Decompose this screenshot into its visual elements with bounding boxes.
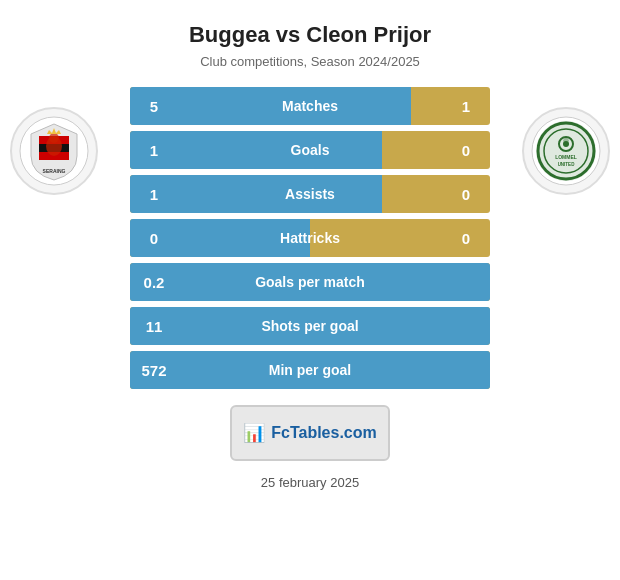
page-subtitle: Club competitions, Season 2024/2025 — [200, 54, 420, 69]
stat-row-assists: 1 Assists 0 — [130, 175, 490, 213]
stats-container: 5 Matches 1 1 Goals 0 1 Assists 0 0 Hatt… — [130, 87, 490, 389]
svg-point-9 — [563, 141, 569, 147]
stat-row-goals-per-match: 0.2 Goals per match — [130, 263, 490, 301]
goals-label: Goals — [178, 142, 442, 158]
svg-point-0 — [20, 117, 88, 185]
right-club-logo: LOMMEL UNITED — [522, 107, 610, 195]
svg-text:SERAING: SERAING — [43, 168, 66, 174]
svg-point-4 — [532, 117, 600, 185]
fctables-text: FcTables.com — [271, 424, 377, 442]
page-title: Buggea vs Cleon Prijor — [189, 22, 431, 48]
spg-left-val: 11 — [130, 318, 178, 335]
hattricks-right-val: 0 — [442, 230, 490, 247]
stat-row-goals: 1 Goals 0 — [130, 131, 490, 169]
stat-row-min-per-goal: 572 Min per goal — [130, 351, 490, 389]
matches-label: Matches — [178, 98, 442, 114]
svg-point-7 — [544, 129, 588, 173]
assists-left-val: 1 — [130, 186, 178, 203]
stat-row-matches: 5 Matches 1 — [130, 87, 490, 125]
mpg-label: Min per goal — [178, 362, 442, 378]
footer-date: 25 february 2025 — [261, 475, 359, 490]
svg-point-5 — [536, 121, 596, 181]
svg-point-2 — [49, 133, 59, 143]
matches-left-val: 5 — [130, 98, 178, 115]
stat-row-hattricks: 0 Hattricks 0 — [130, 219, 490, 257]
assists-label: Assists — [178, 186, 442, 202]
matches-right-val: 1 — [442, 98, 490, 115]
fctables-icon: 📊 — [243, 422, 265, 444]
gpm-label: Goals per match — [178, 274, 442, 290]
svg-point-1 — [46, 136, 62, 156]
goals-left-val: 1 — [130, 142, 178, 159]
left-club-logo: SERAING — [10, 107, 98, 195]
stat-row-shots-per-goal: 11 Shots per goal — [130, 307, 490, 345]
fctables-logo: 📊 FcTables.com — [230, 405, 390, 461]
hattricks-label: Hattricks — [178, 230, 442, 246]
svg-text:UNITED: UNITED — [558, 162, 576, 167]
assists-right-val: 0 — [442, 186, 490, 203]
gpm-left-val: 0.2 — [130, 274, 178, 291]
mpg-left-val: 572 — [130, 362, 178, 379]
goals-right-val: 0 — [442, 142, 490, 159]
svg-point-8 — [559, 137, 573, 151]
hattricks-left-val: 0 — [130, 230, 178, 247]
svg-text:LOMMEL: LOMMEL — [555, 154, 577, 160]
svg-point-6 — [538, 123, 594, 179]
spg-label: Shots per goal — [178, 318, 442, 334]
